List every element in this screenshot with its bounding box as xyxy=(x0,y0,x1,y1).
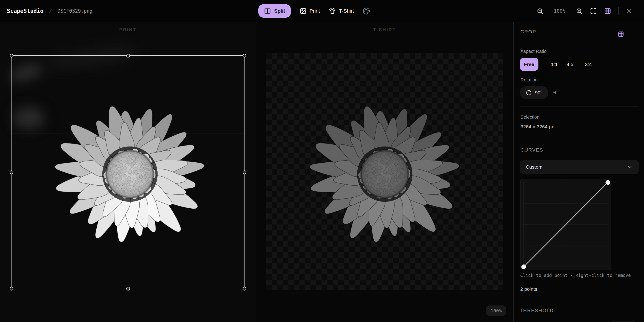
ratio-option-3-4[interactable]: 3:4 xyxy=(580,58,596,71)
zoom-level: 100% xyxy=(551,8,568,14)
thirds-grid-line xyxy=(89,56,89,289)
section-divider xyxy=(514,139,644,139)
chevron-down-icon xyxy=(627,164,633,170)
curves-preset-value: Custom xyxy=(526,164,542,170)
ratio-option-4-5[interactable]: 4:5 xyxy=(562,58,578,71)
close-icon[interactable] xyxy=(626,8,632,14)
curves-hint: Click to add point · Right-click to remo… xyxy=(520,273,631,278)
grid-toggle-icon[interactable] xyxy=(604,8,611,14)
crop-handle-bottom-left[interactable] xyxy=(10,287,13,290)
tshirt-view-button[interactable]: T-Shirt xyxy=(329,7,354,15)
tshirt-icon xyxy=(329,7,336,15)
rotate-90-button[interactable]: 90° xyxy=(520,86,548,99)
crop-grid-icon[interactable] xyxy=(618,31,624,37)
print-panel-label: PRINT xyxy=(0,27,256,32)
crop-handle-bottom[interactable] xyxy=(126,287,130,290)
thirds-grid-line xyxy=(167,56,167,289)
curves-preset-dropdown[interactable]: Custom xyxy=(520,160,639,174)
print-view-button[interactable]: Print xyxy=(300,8,320,14)
crop-handle-right[interactable] xyxy=(243,170,246,174)
ratio-option-free[interactable]: Free xyxy=(520,58,538,71)
top-bar: ScapeStudio / DSCF0329.png Split Print xyxy=(0,0,644,22)
view-mode-toolbar: Split Print T-Shirt xyxy=(258,0,370,22)
print-preview-panel: PRINT xyxy=(0,22,256,322)
panel-zoom-badge: 100% xyxy=(486,306,506,316)
divider xyxy=(520,106,639,107)
selection-label: Selection xyxy=(520,114,539,120)
crop-handle-bottom-right[interactable] xyxy=(243,287,246,290)
rotation-label: Rotation xyxy=(520,77,538,82)
section-divider xyxy=(514,300,644,300)
rotation-value: 0° xyxy=(553,86,559,99)
rotate-90-label: 90° xyxy=(535,90,542,96)
rotate-cw-icon xyxy=(526,90,532,96)
image-icon xyxy=(300,8,306,14)
zoom-in-icon[interactable] xyxy=(576,8,582,14)
crop-handle-top-right[interactable] xyxy=(243,54,246,58)
right-sidebar: CROP Aspect Ratio Free 1:1 4:5 3:4 Rotat… xyxy=(513,22,644,322)
split-columns-icon xyxy=(264,8,271,14)
thirds-grid-line xyxy=(12,133,244,134)
toolbar-divider xyxy=(618,7,619,15)
threshold-section-title: THRESHOLD xyxy=(520,308,554,313)
tshirt-view-label: T-Shirt xyxy=(339,8,354,14)
tshirt-panel-label: T-SHIRT xyxy=(256,27,513,32)
crop-handle-left[interactable] xyxy=(10,170,13,174)
split-view-label: Split xyxy=(274,8,285,14)
view-controls: 100% xyxy=(536,0,632,22)
print-view-label: Print xyxy=(310,8,320,14)
app-logo: ScapeStudio xyxy=(7,8,44,14)
breadcrumb: ScapeStudio / DSCF0329.png xyxy=(7,0,92,22)
daisy-photo-dimmed xyxy=(300,89,470,259)
zoom-out-icon[interactable] xyxy=(536,8,544,14)
curves-editor[interactable] xyxy=(520,179,611,270)
crop-handle-top-left[interactable] xyxy=(10,54,13,58)
split-view-button[interactable]: Split xyxy=(258,4,291,18)
crop-selection-box[interactable] xyxy=(11,55,245,289)
app-window: ScapeStudio / DSCF0329.png Split Print xyxy=(0,0,644,322)
file-name: DSCF0329.png xyxy=(58,8,92,14)
breadcrumb-separator: / xyxy=(49,8,52,14)
fullscreen-icon[interactable] xyxy=(590,8,597,14)
curves-point-count: 2 points xyxy=(520,286,537,292)
selection-dimensions: 3264 × 3264 px xyxy=(520,124,554,130)
aspect-ratio-label: Aspect Ratio xyxy=(520,49,546,54)
ratio-option-1-1[interactable]: 1:1 xyxy=(546,58,562,71)
curves-section-title: CURVES xyxy=(520,147,543,153)
palette-icon[interactable] xyxy=(363,7,370,15)
threshold-partial-button[interactable] xyxy=(612,320,635,322)
crop-section-title: CROP xyxy=(520,29,536,34)
crop-handle-top[interactable] xyxy=(126,54,130,58)
tshirt-preview-panel: T-SHIRT 100% xyxy=(256,22,513,322)
